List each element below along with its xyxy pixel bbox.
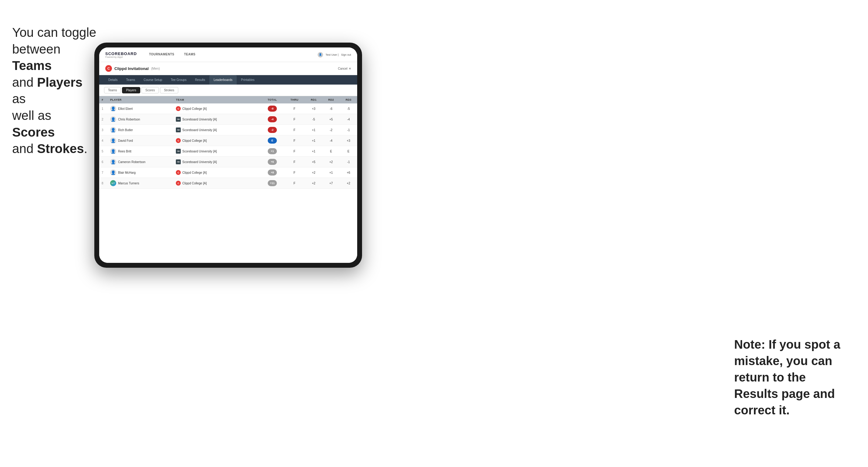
tournament-title-row: C Clippd Invitational (Men) [105, 65, 160, 72]
tournament-header: C Clippd Invitational (Men) Cancel ✕ [99, 62, 357, 75]
cancel-icon: ✕ [349, 67, 351, 70]
cell-rd3: -1 [340, 125, 357, 135]
col-thru: THRU [284, 96, 305, 103]
leaderboard-table: # PLAYER TEAM TOTAL THRU RD1 RD2 RD3 1👤E… [99, 96, 357, 263]
cell-team: SBScoreboard University [A] [174, 125, 248, 135]
tablet-screen: SCOREBOARD Powered by clippd TOURNAMENTS… [99, 48, 357, 263]
cell-player: 👤Elliot Ebert [108, 103, 174, 114]
cell-rd1: +3 [305, 103, 322, 114]
scores-bold: Scores [12, 125, 55, 139]
cell-total: -4 [261, 114, 284, 125]
user-label: Test User | [326, 53, 339, 56]
cell-rank: 5 [99, 146, 108, 157]
cell-player: 👤David Ford [108, 135, 174, 146]
tab-nav: Details Teams Course Setup Tee Groups Re… [99, 75, 357, 85]
tab-printables[interactable]: Printables [237, 75, 258, 85]
cancel-button[interactable]: Cancel ✕ [338, 67, 351, 70]
team-name: Clippd College [A] [182, 107, 207, 111]
cell-player: 👤Cameron Robertson [108, 157, 174, 167]
tab-leaderboards[interactable]: Leaderboards [209, 75, 237, 85]
note-label: Note: If you spot a mistake, you can ret… [734, 338, 840, 417]
strokes-bold: Strokes [37, 142, 84, 156]
tablet-frame: SCOREBOARD Powered by clippd TOURNAMENTS… [94, 42, 362, 268]
team-name: Scoreboard University [A] [182, 160, 217, 164]
cell-rd2: +2 [322, 157, 340, 167]
left-annotation: You can toggle between Teams and Players… [12, 24, 97, 157]
cell-team: CClippd College [A] [174, 103, 248, 114]
player-name: Marcus Turners [118, 182, 139, 185]
table-row: 1👤Elliot EbertCClippd College [A]-8F+3-6… [99, 103, 357, 114]
cell-thru: F [284, 114, 305, 125]
cell-rd2: -6 [322, 103, 340, 114]
table-row: 8MTMarcus TurnersCClippd College [A]+11F… [99, 178, 357, 189]
cell-thru: F [284, 125, 305, 135]
cell-total: +8 [261, 167, 284, 178]
cell-total: +1 [261, 146, 284, 157]
toggle-teams[interactable]: Teams [104, 87, 121, 93]
nav-teams[interactable]: TEAMS [179, 48, 200, 62]
cell-rank: 2 [99, 114, 108, 125]
cell-rd2: +7 [322, 178, 340, 189]
cell-thru: F [284, 103, 305, 114]
player-name: Rich Butler [118, 128, 133, 132]
tournament-logo: C [105, 65, 112, 72]
cell-rd1: +2 [305, 178, 322, 189]
cell-rd1: +1 [305, 146, 322, 157]
col-rd2: RD2 [322, 96, 340, 103]
cell-rank: 7 [99, 167, 108, 178]
cell-rank: 6 [99, 157, 108, 167]
toggle-row: Teams Players Scores Strokes [99, 85, 357, 96]
col-team: TEAM [174, 96, 248, 103]
player-name: Cameron Robertson [118, 160, 146, 164]
toggle-players[interactable]: Players [122, 87, 140, 93]
cell-rd1: +1 [305, 135, 322, 146]
logo-main: SCOREBOARD [105, 52, 137, 56]
tab-teams[interactable]: Teams [122, 75, 140, 85]
teams-bold: Teams [12, 58, 52, 73]
cell-rank: 4 [99, 135, 108, 146]
cell-thru: F [284, 157, 305, 167]
player-name: Chris Robertson [118, 118, 140, 121]
cell-total: -8 [261, 103, 284, 114]
team-name: Scoreboard University [A] [182, 150, 217, 153]
cell-thru: F [284, 135, 305, 146]
player-name: David Ford [118, 139, 133, 143]
cell-thru: F [284, 167, 305, 178]
toggle-strokes[interactable]: Strokes [160, 87, 178, 93]
cell-thru: F [284, 178, 305, 189]
table-row: 2👤Chris RobertsonSBScoreboard University… [99, 114, 357, 125]
table-header-row: # PLAYER TEAM TOTAL THRU RD1 RD2 RD3 [99, 96, 357, 103]
cell-total: E [261, 135, 284, 146]
scoreboard-logo: SCOREBOARD Powered by clippd [105, 52, 137, 58]
cell-total: +6 [261, 157, 284, 167]
cell-team: CClippd College [A] [174, 167, 248, 178]
col-rd3: RD3 [340, 96, 357, 103]
team-name: Clippd College [A] [182, 139, 207, 143]
cell-team: SBScoreboard University [A] [174, 114, 248, 125]
cell-player: MTMarcus Turners [108, 178, 174, 189]
sign-out-link[interactable]: Sign out [341, 53, 351, 56]
col-total: TOTAL [261, 96, 284, 103]
cell-rank: 3 [99, 125, 108, 135]
cell-player: 👤Rees Britt [108, 146, 174, 157]
tab-tee-groups[interactable]: Tee Groups [166, 75, 191, 85]
tab-results[interactable]: Results [191, 75, 209, 85]
team-name: Clippd College [A] [182, 171, 207, 174]
cell-rd3: +2 [340, 178, 357, 189]
player-name: Elliot Ebert [118, 107, 133, 111]
logo-sub: Powered by clippd [105, 56, 137, 58]
team-name: Scoreboard University [A] [182, 118, 217, 121]
col-player: PLAYER [108, 96, 174, 103]
cell-rank: 8 [99, 178, 108, 189]
cell-rank: 1 [99, 103, 108, 114]
tab-course-setup[interactable]: Course Setup [140, 75, 166, 85]
cell-total: +11 [261, 178, 284, 189]
nav-tournaments[interactable]: TOURNAMENTS [144, 48, 179, 62]
table-row: 6👤Cameron RobertsonSBScoreboard Universi… [99, 157, 357, 167]
col-rd1: RD1 [305, 96, 322, 103]
toggle-scores[interactable]: Scores [142, 87, 159, 93]
top-nav: SCOREBOARD Powered by clippd TOURNAMENTS… [99, 48, 357, 62]
tab-details[interactable]: Details [104, 75, 122, 85]
nav-links: TOURNAMENTS TEAMS [144, 48, 318, 62]
players-table: # PLAYER TEAM TOTAL THRU RD1 RD2 RD3 1👤E… [99, 96, 357, 189]
